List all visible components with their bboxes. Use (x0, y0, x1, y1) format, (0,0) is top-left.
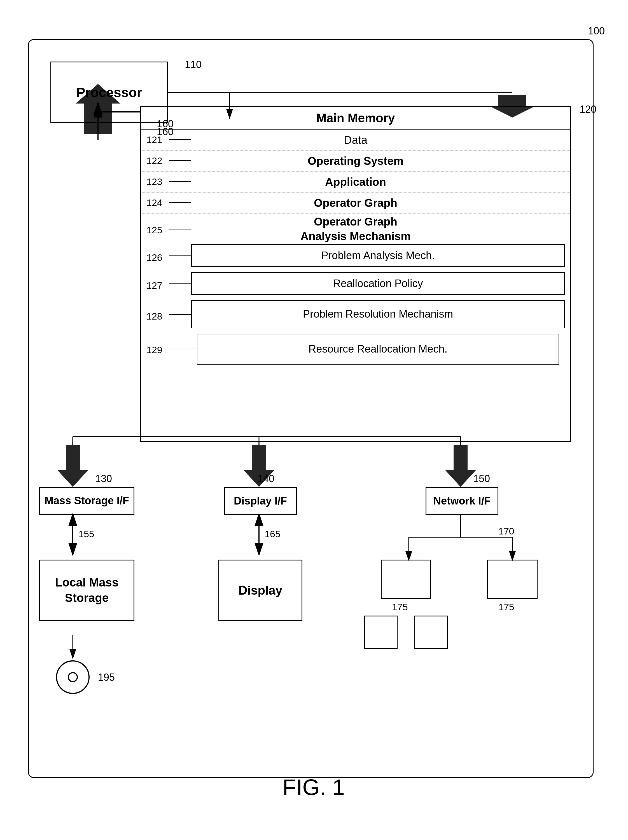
ref-122: 122 (146, 155, 162, 166)
data-label: Data (344, 134, 368, 146)
dash-126 (169, 256, 191, 256)
row-og-analysis: Operator GraphAnalysis Mechanism (141, 213, 570, 244)
dash-125 (169, 229, 191, 229)
ref-175b: 175 (498, 602, 514, 613)
display-box: Display (218, 560, 302, 621)
resource-realloc-label: Resource Reallocation Mech. (308, 342, 448, 356)
os-label: Operating System (308, 155, 403, 167)
display-if-box: Display I/F (224, 487, 297, 515)
ref-127: 127 (146, 280, 162, 291)
figure-label: FIG. 1 (283, 775, 345, 800)
dash-123 (169, 181, 191, 182)
app-label: Application (325, 176, 386, 188)
memory-outer-box: Main Memory Data 121 Operating System 12… (140, 106, 571, 442)
ref-195: 195 (98, 671, 115, 683)
ref-121: 121 (146, 134, 162, 145)
ref-124: 124 (146, 197, 162, 208)
row-prob-analysis: Problem Analysis Mech. (191, 244, 565, 267)
ref-140: 140 (258, 473, 274, 485)
disc-inner-circle (68, 672, 78, 682)
ref-130: 130 (95, 473, 112, 485)
row-realloc-policy: Reallocation Policy (191, 272, 565, 295)
ref-128: 128 (146, 311, 162, 322)
dash-121 (169, 139, 191, 140)
dash-128 (169, 314, 191, 315)
display-label: Display (239, 583, 283, 597)
og-analysis-label: Operator GraphAnalysis Mechanism (301, 214, 411, 243)
network-node-box-1 (381, 560, 431, 599)
row-resource-realloc: Resource Reallocation Mech. (197, 334, 559, 365)
row-prob-resolution: Problem Resolution Mechanism (191, 300, 565, 328)
mass-storage-if-box: Mass Storage I/F (39, 487, 134, 515)
local-mass-storage-label: Local MassStorage (55, 575, 119, 606)
row-os: Operating System (141, 150, 570, 172)
ref-126: 126 (146, 252, 162, 263)
network-if-box: Network I/F (426, 487, 498, 515)
prob-analysis-label: Problem Analysis Mech. (321, 249, 435, 262)
dash-122 (169, 160, 191, 161)
op-graph-label: Operator Graph (314, 197, 397, 209)
dash-124 (169, 202, 191, 203)
ref-100: 100 (588, 25, 605, 37)
network-node-box-2 (487, 560, 538, 599)
row-op-graph: Operator Graph (141, 193, 570, 213)
realloc-policy-label: Reallocation Policy (333, 278, 423, 290)
display-if-label: Display I/F (234, 495, 287, 507)
network-sub-1b (414, 616, 448, 649)
row-app: Application (141, 172, 570, 193)
network-if-label: Network I/F (433, 495, 491, 507)
network-sub-1a (364, 616, 397, 649)
ref-150: 150 (473, 473, 490, 485)
dash-127 (169, 283, 191, 284)
ref-125: 125 (146, 225, 162, 235)
ref-123: 123 (146, 176, 162, 187)
ref-120: 120 (580, 104, 596, 115)
prob-resolution-label: Problem Resolution Mechanism (303, 307, 453, 321)
main-memory-header: Main Memory (141, 107, 570, 129)
mass-storage-if-label: Mass Storage I/F (44, 494, 129, 507)
processor-label: Processor (76, 85, 142, 100)
disc-icon (56, 660, 90, 694)
local-mass-storage-box: Local MassStorage (39, 560, 134, 621)
ref-175a: 175 (392, 602, 408, 613)
dash-129 (169, 348, 197, 348)
row-data: Data (141, 129, 570, 150)
ref-110: 110 (185, 59, 202, 71)
main-memory-title: Main Memory (316, 111, 395, 125)
ref-129: 129 (146, 344, 162, 355)
